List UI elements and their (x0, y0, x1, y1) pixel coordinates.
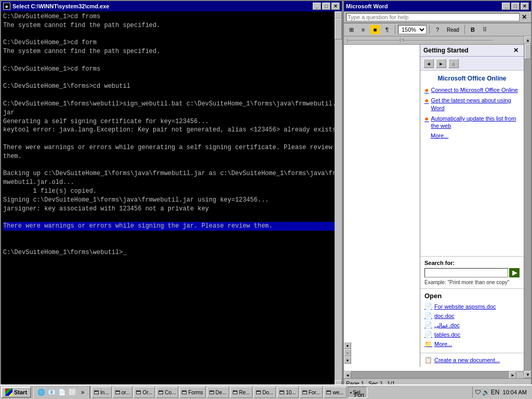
ql-icon-1[interactable]: 🌐 (36, 388, 46, 397)
taskbar-btn-for[interactable]: 🗔For... (300, 387, 323, 398)
h-scroll-track[interactable] (351, 371, 509, 379)
cmd-close-btn[interactable]: ✕ (331, 3, 340, 10)
cmd-body[interactable]: C:\DevSuiteHome_1>cd froms The system ca… (1, 11, 342, 388)
gs-doc-icon-2: 📄 (424, 312, 432, 320)
gs-link-connect-text: Connect to Microsoft Office Online (431, 86, 517, 94)
tray-icon-sound[interactable]: 🔊 (482, 389, 490, 396)
v-scroll-prev[interactable]: ● (344, 342, 351, 349)
gs-more-link[interactable]: More... (424, 132, 520, 139)
gs-link-connect[interactable]: ● Connect to Microsoft Office Online (424, 86, 520, 94)
gs-file-4[interactable]: 📄 tables.doc (424, 331, 520, 338)
gs-bullet-1: ● (424, 86, 429, 94)
word-doc-area: ├─────────────────┤5────────────────────… (344, 36, 531, 378)
toolbar-btn-para[interactable]: ¶ (382, 24, 392, 35)
h-scroll-right[interactable]: ► (509, 371, 516, 379)
tray-icon-antivirus[interactable]: 🛡 (475, 389, 481, 396)
gs-doc-icon-1: 📄 (424, 303, 432, 310)
gs-link-news[interactable]: ● Get the latest news about using Word (424, 97, 520, 112)
ruler: ├─────────────────┤5────────────────────… (344, 36, 524, 45)
taskbar-sep-1 (32, 387, 33, 398)
word-close-btn[interactable]: ✕ (521, 3, 529, 10)
v-scroll-down[interactable]: ▼ (524, 371, 531, 378)
gs-back-btn[interactable]: ◄ (423, 59, 434, 68)
toolbar-btn-read[interactable]: Read (444, 24, 462, 35)
gs-bullet-2: ● (424, 97, 429, 104)
gs-forward-btn[interactable]: ► (436, 59, 446, 68)
toolbar-btn-help[interactable]: ? (432, 24, 443, 35)
cmd-scrollbar[interactable]: ▲ ▼ (335, 11, 342, 388)
taskbar-btn-forms[interactable]: 🗔Forms (179, 387, 205, 398)
fon-label: Fon (354, 392, 364, 398)
ql-icon-2[interactable]: 📧 (47, 388, 56, 397)
gs-titlebar: Getting Started ✕ (420, 45, 524, 57)
cmd-output: C:\DevSuiteHome_1>cd froms The system ca… (3, 12, 340, 257)
taskbar-btn-or[interactable]: 🗔or... (113, 387, 133, 398)
ql-icon-4[interactable]: ⬜ (68, 388, 77, 397)
gs-file-3[interactable]: 📄 عمالى.doc (424, 322, 520, 329)
tray-icon-lang[interactable]: EN (491, 389, 500, 396)
cmd-scroll-thumb[interactable] (335, 19, 342, 39)
v-scroll-sel[interactable]: ○ (344, 349, 351, 356)
gs-home-btn[interactable]: ⌂ (448, 59, 459, 68)
gs-title: Getting Started (423, 47, 469, 54)
gs-link-news-text: Get the latest news about using Word (431, 97, 520, 112)
taskbar-btn-do[interactable]: 🗔Do... (254, 387, 276, 398)
gs-file-2[interactable]: 📄 doc.doc (424, 312, 520, 320)
gs-link-update[interactable]: ● Automatically update this list from th… (424, 115, 520, 130)
gs-close-btn[interactable]: ✕ (511, 47, 521, 54)
gs-search-example: Example: "Print more than one copy" (424, 280, 520, 285)
taskbar-btn-re[interactable]: 🗔Re... (230, 387, 252, 398)
h-scroll-left[interactable]: ◄ (344, 371, 351, 379)
gs-create-link[interactable]: Create a new document... (434, 357, 500, 363)
toolbar-btn-highlight[interactable]: ■ (370, 24, 380, 35)
ql-icon-3[interactable]: 📄 (57, 388, 66, 397)
v-scroll-track[interactable] (524, 44, 531, 371)
taskbar-btn-or2[interactable]: 🗔Or... (134, 387, 155, 398)
gs-open-section: Open 📄 For website aspsms.doc 📄 doc.doc … (420, 288, 524, 353)
quick-launch: 🌐 📧 📄 ⬜ » (34, 386, 90, 398)
word-title: Microsoft Word (346, 3, 388, 9)
gs-folder-icon: 📁 (424, 340, 432, 348)
help-input[interactable] (346, 13, 520, 21)
taskbar-btn-we[interactable]: 🗔we... (324, 387, 346, 398)
cmd-maximize-btn[interactable]: □ (322, 3, 330, 10)
page-area[interactable]: Getting Started ✕ ◄ ► ⌂ Microsoft Office… (344, 45, 524, 371)
zoom-select[interactable]: 150% 100% 75% (398, 25, 427, 34)
toolbar-btn-grid[interactable]: ⊞ (346, 24, 356, 35)
toolbar-drag[interactable]: ⠿ (480, 24, 490, 35)
getting-started-panel: Getting Started ✕ ◄ ► ⌂ Microsoft Office… (420, 45, 524, 367)
cmd-icon: ■ (3, 3, 10, 10)
taskbar-btn-10[interactable]: 🗔10... (277, 387, 298, 398)
v-scrollbar: ▲ ● ○ ● ▼ (524, 36, 531, 378)
word-maximize-btn[interactable]: □ (511, 3, 520, 10)
toolbar-btn-list[interactable]: ≡ (358, 24, 368, 35)
toolbar-btn-bold[interactable]: B (468, 24, 478, 35)
gs-file-1[interactable]: 📄 For website aspsms.doc (424, 303, 520, 310)
help-close-btn[interactable]: ✕ (520, 14, 529, 21)
gs-create-row: 📋 Create a new document... (420, 353, 524, 367)
word-minimize-btn[interactable]: _ (502, 3, 510, 10)
cmd-title: Select C:\WINNT\system32\cmd.exe (12, 3, 109, 9)
start-button[interactable]: Start (1, 387, 31, 398)
gs-search-btn[interactable]: ▶ (509, 268, 520, 277)
taskbar-btn-co[interactable]: 🗔Co... (156, 387, 178, 398)
gs-search-label: Search for: (424, 260, 520, 266)
taskbar-btn-in[interactable]: 🗔In... (91, 387, 112, 398)
v-scroll-up[interactable]: ▲ (524, 36, 531, 44)
cmd-scroll-up[interactable]: ▲ (335, 11, 342, 19)
gs-ms-online-title: Microsoft Office Online (424, 75, 520, 82)
word-toolbar: ⊞ ≡ ■ ¶ 150% 100% 75% ? Read B ⠿ (344, 23, 531, 36)
windows-icon (5, 389, 12, 396)
toolbar-sep-1 (395, 25, 395, 34)
h-scrollbar: ◄ ► (344, 371, 524, 378)
taskbar-btn-de[interactable]: 🗔De... (207, 387, 229, 398)
cmd-highlight-line: There were warnings or errors while sign… (3, 222, 340, 231)
ql-icon-5[interactable]: » (78, 388, 87, 397)
v-scroll-next[interactable]: ● (344, 356, 351, 364)
v-scroll-thumb[interactable] (525, 44, 531, 59)
cmd-window: ■ Select C:\WINNT\system32\cmd.exe _ □ ✕… (0, 0, 343, 389)
cmd-minimize-btn[interactable]: _ (313, 3, 321, 10)
gs-search-input[interactable] (424, 268, 508, 277)
gs-more-files[interactable]: 📁 More... (424, 340, 520, 348)
gs-open-title: Open (424, 292, 520, 300)
